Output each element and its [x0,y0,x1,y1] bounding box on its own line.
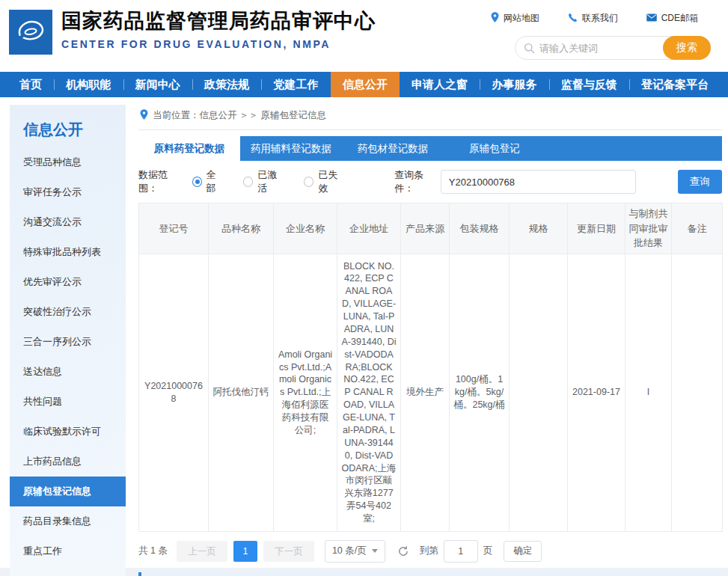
query-input[interactable] [441,170,636,194]
radio-expired[interactable]: 已失效 [304,168,345,195]
page-size-value: 10 条/页 [332,545,367,557]
cell-registration-no: Y20210000768 [139,254,209,531]
nav-item-party-building[interactable]: 党建工作 [261,72,330,97]
column-header-company-address: 企业地址 [337,203,401,254]
sidebar-item-key-work[interactable]: 重点工作 [10,536,126,566]
nav-item-org-functions[interactable]: 机构职能 [54,72,123,97]
content: 当前位置：信息公开 ＞＞ 原辅包登记信息 原料药登记数据 药用辅料登记数据 药包… [138,103,722,576]
page-size-select[interactable]: 10 条/页 [325,540,385,563]
quick-link-contact[interactable]: 联系我们 [568,12,618,25]
prev-page-button[interactable]: 上一页 [177,541,227,562]
breadcrumb-text: 当前位置：信息公开 ＞＞ 原辅包登记信息 [153,109,326,122]
pagination: 共 1 条 上一页 1 下一页 10 条/页 到第 页 确定 [138,540,722,563]
quick-link-label: 网站地图 [504,12,539,25]
phone-icon [568,13,578,25]
breadcrumb: 当前位置：信息公开 ＞＞ 原辅包登记信息 [138,103,722,130]
column-header-company-name: 企业名称 [274,203,337,254]
cell-company-address: BLOCK NO.422, ECP CANAL ROAD, VILLAGE-LU… [337,254,401,531]
sidebar-title: 信息公开 [10,105,126,147]
data-tabs: 原料药登记数据 药用辅料登记数据 药包材登记数据 原辅包登记 [138,136,722,161]
cell-remark [672,254,723,531]
main-nav: 首页 机构职能 新闻中心 政策法规 党建工作 信息公开 申请人之窗 办事服务 监… [0,72,728,97]
quick-link-mail[interactable]: CDE邮箱 [646,12,698,25]
goto-page: 到第 页 确定 [420,540,542,563]
sidebar-item-delivery-info[interactable]: 送达信息 [10,357,126,387]
sidebar-item-accepted-varieties[interactable]: 受理品种信息 [10,147,126,177]
quick-link-label: 联系我们 [582,12,618,25]
column-header-product-source: 产品来源 [401,203,450,254]
column-header-remark: 备注 [672,203,723,254]
nav-item-supervision-feedback[interactable]: 监督与反馈 [549,72,629,97]
search-icon [524,43,535,54]
cell-company-name: Amoli Organics Pvt.Ltd.;Amoli Organics P… [274,254,337,531]
radio-expired-control[interactable] [304,177,313,187]
radio-all-label: 全部 [207,168,224,195]
page-number-1[interactable]: 1 [233,541,257,562]
site-subtitle: CENTER FOR DRUG EVALUATION, NMPA [61,38,376,50]
nav-item-applicant-window[interactable]: 申请人之窗 [400,72,480,97]
radio-all[interactable]: 全部 [192,168,224,195]
goto-label: 到第 [420,545,438,557]
sidebar-item-priority-review[interactable]: 优先审评公示 [10,267,126,297]
radio-activated-label: 已激活 [257,168,284,195]
column-header-update-date: 更新日期 [568,203,625,254]
sidebar-item-clinical-trial-implied-license[interactable]: 临床试验默示许可 [10,417,126,447]
tab-excipient-registration[interactable]: 药用辅料登记数据 [240,136,342,161]
site-search-button[interactable]: 搜索 [663,36,711,60]
goto-suffix: 页 [483,545,493,557]
goto-confirm-button[interactable]: 确定 [504,541,542,562]
sidebar: 信息公开 受理品种信息 审评任务公示 沟通交流公示 特殊审批品种列表 优先审评公… [10,105,126,576]
sidebar-item-raw-excipient-packaging[interactable]: 原辅包登记信息 [10,477,126,506]
cde-logo [9,10,52,55]
nav-item-home[interactable]: 首页 [7,72,54,97]
chevron-down-icon [372,549,378,553]
nav-item-info-disclosure[interactable]: 信息公开 [331,72,400,97]
refresh-icon[interactable] [397,545,409,557]
site-header: 国家药品监督管理局药品审评中心 CENTER FOR DRUG EVALUATI… [0,0,728,72]
cell-spec [510,254,568,531]
sidebar-item-drug-catalog[interactable]: 药品目录集信息 [10,506,126,536]
mail-icon [646,13,657,24]
column-header-variety-name: 品种名称 [209,203,274,254]
table-row[interactable]: Y20210000768 阿托伐他汀钙 Amoli Organics Pvt.L… [139,254,723,531]
scope-label: 数据范围： [138,168,185,195]
nav-item-registration-platform[interactable]: 登记备案平台 [629,72,721,97]
sidebar-item-special-approval-list[interactable]: 特殊审批品种列表 [10,237,126,267]
nav-item-services[interactable]: 办事服务 [480,72,548,97]
column-header-registration-no: 登记号 [139,203,209,254]
site-search: 搜索 [515,36,711,60]
column-header-joint-review-result: 与制剂共同审批审批结果 [625,203,672,254]
cell-packaging-spec: 100g/桶。1kg/桶。5kg/桶。25kg/桶 [450,254,510,531]
location-pin-icon [140,109,148,122]
cell-variety-name: 阿托伐他汀钙 [209,254,274,531]
nav-item-policies[interactable]: 政策法规 [192,72,261,97]
filter-row: 数据范围： 全部 已激活 已失效 查询条件： 查询 [138,170,722,194]
query-label: 查询条件： [394,168,441,195]
query-button[interactable]: 查询 [678,170,722,194]
cde-logo-icon [13,15,48,49]
radio-activated[interactable]: 已激活 [243,168,284,195]
quick-links: 网站地图 联系我们 CDE邮箱 [491,12,698,25]
next-page-button[interactable]: 下一页 [263,541,314,562]
sidebar-item-communication[interactable]: 沟通交流公示 [10,207,126,237]
cell-joint-review-result: I [625,254,672,531]
radio-all-control[interactable] [192,177,202,187]
radio-expired-label: 已失效 [318,168,345,195]
tab-packaging-registration[interactable]: 药包材登记数据 [342,136,444,161]
tab-api-registration[interactable]: 原料药登记数据 [138,136,240,161]
sidebar-item-marketed-drugs[interactable]: 上市药品信息 [10,447,126,477]
goto-page-input[interactable] [444,540,478,563]
cell-update-date: 2021-09-17 [568,254,625,531]
cell-product-source: 境外生产 [401,254,450,531]
sidebar-item-review-tasks[interactable]: 审评任务公示 [10,177,126,207]
quick-link-sitemap[interactable]: 网站地图 [491,12,539,25]
sidebar-item-common-issues[interactable]: 共性问题 [10,387,126,417]
radio-activated-control[interactable] [243,177,253,187]
scope-radio-group: 全部 已激活 已失效 [192,168,346,195]
page: 国家药品监督管理局药品审评中心 CENTER FOR DRUG EVALUATI… [0,0,728,576]
tab-raw-aux-pack-registration[interactable]: 原辅包登记 [444,136,545,161]
site-search-input[interactable] [535,43,663,54]
sidebar-item-breakthrough-therapy[interactable]: 突破性治疗公示 [10,297,126,327]
sidebar-item-three-in-one-sequence[interactable]: 三合一序列公示 [10,327,126,357]
nav-item-news[interactable]: 新闻中心 [123,72,192,97]
